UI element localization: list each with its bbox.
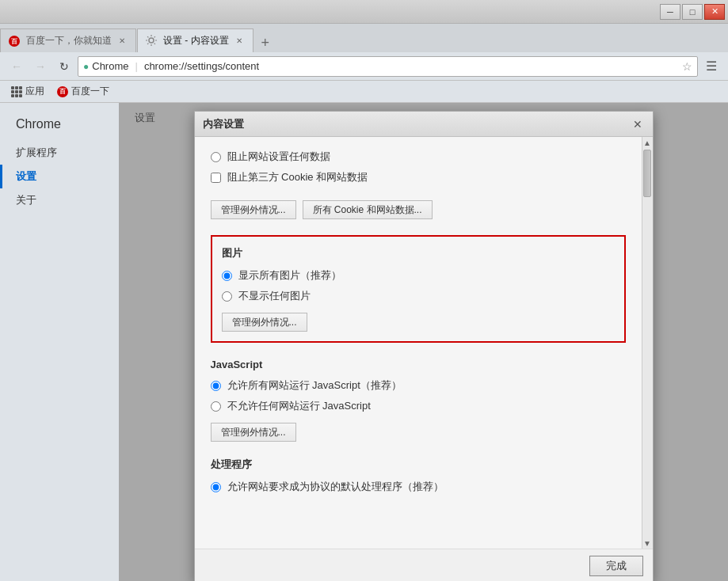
- tab-baidu[interactable]: 百 百度一下，你就知道 ✕: [0, 28, 136, 52]
- images-section: 图片 显示所有图片（推荐） 不显示任何图片: [211, 235, 626, 343]
- maximize-button[interactable]: □: [682, 4, 703, 20]
- tab-baidu-label: 百度一下，你就知道: [26, 34, 112, 47]
- block-all-cookies-label: 阻止网站设置任何数据: [227, 150, 330, 164]
- chrome-menu-button[interactable]: ☰: [701, 56, 722, 77]
- show-all-images-radio[interactable]: [222, 271, 232, 281]
- bookmark-baidu-label: 百度一下: [71, 85, 109, 98]
- block-js-radio[interactable]: [211, 401, 221, 412]
- javascript-section: JavaScript 允许所有网站运行 JavaScript（推荐） 不允许任何…: [211, 359, 626, 442]
- back-button[interactable]: ←: [6, 56, 27, 77]
- navbar: ← → ↻ ● Chrome | chrome://settings/conte…: [0, 52, 728, 81]
- svg-point-0: [149, 38, 154, 43]
- manage-exceptions-images-button[interactable]: 管理例外情况...: [222, 313, 307, 332]
- titlebar: ─ □ ✕: [0, 0, 728, 24]
- browser-window: ─ □ ✕ 百 百度一下，你就知道 ✕ 设置 - 内容设置 ✕ + ←: [0, 0, 728, 581]
- bookmark-apps[interactable]: 应用: [6, 83, 49, 100]
- scrollbar-track: [642, 150, 652, 536]
- allow-js-label: 允许所有网站运行 JavaScript（推荐）: [227, 378, 402, 393]
- tab-settings-close[interactable]: ✕: [234, 36, 245, 47]
- settings-content-area: 设置 内容设置 ✕: [119, 103, 728, 581]
- dialog-titlebar: 内容设置 ✕: [195, 112, 653, 137]
- tab-baidu-close[interactable]: ✕: [116, 36, 128, 47]
- block-third-party-label: 阻止第三方 Cookie 和网站数据: [227, 170, 368, 184]
- block-js-label: 不允许任何网站运行 JavaScript: [227, 399, 371, 413]
- titlebar-buttons: ─ □ ✕: [660, 4, 725, 20]
- done-button[interactable]: 完成: [589, 556, 643, 576]
- address-bar[interactable]: ● Chrome | chrome://settings/content ☆: [78, 56, 698, 77]
- allow-handlers-label: 允许网站要求成为协议的默认处理程序（推荐）: [227, 480, 444, 494]
- images-section-title: 图片: [222, 246, 615, 260]
- sidebar-item-extensions[interactable]: 扩展程序: [0, 141, 119, 165]
- javascript-radio-group: 允许所有网站运行 JavaScript（推荐） 不允许任何网站运行 JavaSc…: [211, 378, 626, 413]
- scroll-up-button[interactable]: ▲: [642, 137, 653, 148]
- cookies-buttons: 管理例外情况... 所有 Cookie 和网站数据...: [211, 200, 626, 219]
- allow-js-radio[interactable]: [211, 381, 221, 391]
- dialog-close-button[interactable]: ✕: [631, 117, 645, 131]
- reload-button[interactable]: ↻: [54, 56, 74, 77]
- window-close-button[interactable]: ✕: [704, 4, 725, 20]
- bookmark-apps-label: 应用: [25, 85, 44, 98]
- sidebar-item-settings[interactable]: 设置: [0, 165, 119, 188]
- cookies-radio-group: 阻止网站设置任何数据 阻止第三方 Cookie 和网站数据: [211, 150, 626, 191]
- images-radio-group: 显示所有图片（推荐） 不显示任何图片: [222, 268, 615, 303]
- main-area: Chrome 扩展程序 设置 关于 设置 内容设置 ✕: [0, 103, 728, 581]
- bookmark-star-icon[interactable]: ☆: [682, 60, 692, 73]
- content-settings-dialog: 内容设置 ✕ 阻止网站设置任何数据: [194, 111, 654, 581]
- scrollbar-thumb[interactable]: [643, 150, 651, 197]
- address-chrome-label: Chrome: [92, 60, 128, 72]
- minimize-button[interactable]: ─: [660, 4, 680, 20]
- block-js-option[interactable]: 不允许任何网站运行 JavaScript: [211, 399, 626, 413]
- dialog-footer: 完成: [195, 549, 653, 581]
- manage-exceptions-js-button[interactable]: 管理例外情况...: [211, 423, 296, 442]
- show-all-images-label: 显示所有图片（推荐）: [238, 268, 341, 283]
- sidebar-title: Chrome: [0, 111, 119, 141]
- tab-settings-label: 设置 - 内容设置: [163, 34, 229, 47]
- allow-handlers-radio[interactable]: [211, 482, 221, 492]
- show-all-images-option[interactable]: 显示所有图片（推荐）: [222, 268, 615, 283]
- block-third-party-checkbox[interactable]: [211, 173, 221, 183]
- cookies-section: 阻止网站设置任何数据 阻止第三方 Cookie 和网站数据 管理例外情况...: [211, 150, 626, 219]
- tab-settings[interactable]: 设置 - 内容设置 ✕: [137, 28, 253, 52]
- tabbar: 百 百度一下，你就知道 ✕ 设置 - 内容设置 ✕ +: [0, 24, 728, 52]
- apps-grid-icon: [11, 86, 22, 97]
- block-all-cookies-radio[interactable]: [211, 152, 221, 162]
- settings-tab-favicon: [146, 35, 158, 47]
- scroll-down-button[interactable]: ▼: [642, 537, 653, 549]
- sidebar-item-about[interactable]: 关于: [0, 188, 119, 212]
- address-separator: |: [135, 60, 138, 72]
- allow-handlers-option[interactable]: 允许网站要求成为协议的默认处理程序（推荐）: [211, 480, 626, 494]
- block-third-party-option[interactable]: 阻止第三方 Cookie 和网站数据: [211, 170, 626, 184]
- handlers-section: 处理程序 允许网站要求成为协议的默认处理程序（推荐）: [211, 458, 626, 494]
- dialog-scrollbar[interactable]: ▲ ▼: [642, 137, 653, 549]
- allow-js-option[interactable]: 允许所有网站运行 JavaScript（推荐）: [211, 378, 626, 393]
- block-all-cookies-option[interactable]: 阻止网站设置任何数据: [211, 150, 626, 164]
- baidu-tab-favicon: 百: [9, 35, 21, 47]
- no-images-radio[interactable]: [222, 291, 232, 302]
- dialog-body: 阻止网站设置任何数据 阻止第三方 Cookie 和网站数据 管理例外情况...: [195, 137, 653, 549]
- new-tab-button[interactable]: +: [254, 33, 276, 52]
- address-url: chrome://settings/content: [144, 60, 679, 72]
- no-images-option[interactable]: 不显示任何图片: [222, 289, 615, 303]
- javascript-buttons: 管理例外情况...: [211, 423, 626, 442]
- images-buttons: 管理例外情况...: [222, 313, 615, 332]
- sidebar: Chrome 扩展程序 设置 关于: [0, 103, 119, 581]
- bookmark-baidu[interactable]: 百 百度一下: [52, 83, 114, 100]
- dialog-scroll-content: 阻止网站设置任何数据 阻止第三方 Cookie 和网站数据 管理例外情况...: [195, 137, 642, 549]
- dialog-title: 内容设置: [203, 117, 244, 131]
- address-secure-icon: ●: [83, 61, 89, 72]
- bookmarks-bar: 应用 百 百度一下: [0, 81, 728, 103]
- manage-exceptions-cookies-button[interactable]: 管理例外情况...: [211, 200, 296, 219]
- handlers-radio-group: 允许网站要求成为协议的默认处理程序（推荐）: [211, 480, 626, 494]
- forward-button[interactable]: →: [30, 56, 51, 77]
- handlers-section-title: 处理程序: [211, 458, 626, 472]
- modal-overlay: 内容设置 ✕ 阻止网站设置任何数据: [119, 103, 728, 581]
- baidu-bookmark-icon: 百: [57, 86, 68, 97]
- all-cookies-button[interactable]: 所有 Cookie 和网站数据...: [303, 200, 433, 219]
- no-images-label: 不显示任何图片: [238, 289, 311, 303]
- javascript-section-title: JavaScript: [211, 359, 626, 370]
